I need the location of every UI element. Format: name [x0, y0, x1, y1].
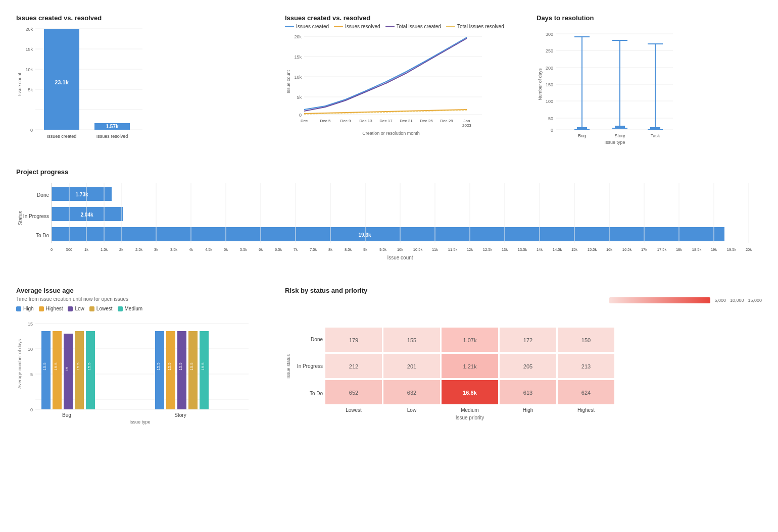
- svg-text:12.5k: 12.5k: [483, 247, 493, 252]
- age-title: Average issue age: [16, 287, 259, 294]
- bar-todo: [52, 227, 724, 241]
- svg-text:Medium: Medium: [461, 407, 479, 413]
- progress-title: Project progress: [16, 168, 762, 176]
- legend-color: [285, 26, 294, 27]
- svg-text:5k: 5k: [224, 247, 228, 252]
- svg-text:Dec: Dec: [301, 119, 308, 123]
- svg-text:Issue status: Issue status: [286, 354, 291, 379]
- days-card: Days to resolution Number of days 300 25…: [528, 8, 770, 152]
- svg-text:Dec 17: Dec 17: [379, 119, 393, 123]
- svg-text:15.5: 15.5: [201, 362, 205, 370]
- bar-simple-title: Issues created vs. resolved: [16, 14, 259, 22]
- svg-text:0: 0: [299, 113, 302, 118]
- risk-card: Risk by status and priority 5,000 10,000…: [277, 281, 770, 432]
- svg-text:15k: 15k: [571, 247, 577, 252]
- svg-text:2023: 2023: [462, 123, 471, 128]
- svg-text:2.5k: 2.5k: [135, 247, 142, 252]
- progress-chart: Status Done In Progress To Do 1.73k 2.04…: [16, 178, 754, 263]
- svg-text:15.5: 15.5: [178, 362, 183, 370]
- svg-text:Issue priority: Issue priority: [456, 415, 484, 420]
- colorscale-bar: [609, 296, 710, 304]
- svg-text:Number of days: Number of days: [538, 68, 543, 100]
- age-subtitle: Time from issue creation until now for o…: [16, 296, 259, 302]
- svg-text:2k: 2k: [119, 247, 123, 252]
- svg-text:0: 0: [30, 407, 33, 412]
- svg-text:Task: Task: [651, 133, 660, 138]
- svg-text:100: 100: [546, 99, 553, 104]
- svg-text:1.07k: 1.07k: [463, 337, 477, 343]
- svg-text:0: 0: [51, 247, 53, 252]
- svg-text:23.1k: 23.1k: [55, 79, 69, 85]
- line-legend: Issues created Issues resolved Total iss…: [285, 24, 510, 29]
- svg-text:15: 15: [28, 322, 33, 327]
- age-chart: Average number of days 15 10 5 0 15.5 15…: [16, 313, 259, 424]
- svg-text:652: 652: [349, 390, 358, 396]
- legend-color: [446, 26, 455, 27]
- svg-text:9k: 9k: [363, 247, 367, 252]
- svg-text:17k: 17k: [641, 247, 647, 252]
- svg-text:15.5: 15.5: [87, 362, 91, 370]
- svg-rect-57: [615, 126, 625, 129]
- svg-text:Issues resolved: Issues resolved: [96, 134, 128, 139]
- svg-text:Low: Low: [407, 407, 417, 413]
- svg-text:15.5k: 15.5k: [588, 247, 597, 252]
- svg-text:Story: Story: [174, 412, 186, 418]
- svg-rect-60: [650, 127, 660, 130]
- svg-text:13k: 13k: [502, 247, 508, 252]
- svg-text:In Progress: In Progress: [297, 363, 323, 369]
- svg-text:6.5k: 6.5k: [275, 247, 282, 252]
- svg-text:Lowest: Lowest: [346, 407, 362, 413]
- svg-text:15.5: 15.5: [189, 362, 194, 370]
- svg-text:18.5k: 18.5k: [692, 247, 702, 252]
- svg-text:10k: 10k: [25, 67, 33, 72]
- risk-title: Risk by status and priority: [285, 287, 762, 294]
- svg-text:14.5k: 14.5k: [553, 247, 562, 252]
- svg-text:15.5: 15.5: [76, 362, 80, 370]
- svg-text:201: 201: [407, 363, 416, 369]
- svg-text:50: 50: [548, 116, 553, 121]
- legend-medium: Medium: [118, 306, 143, 311]
- legend-highest: Highest: [39, 306, 63, 311]
- svg-text:Dec 25: Dec 25: [420, 119, 433, 123]
- age-card: Average issue age Time from issue creati…: [8, 281, 267, 432]
- svg-text:179: 179: [349, 337, 358, 343]
- progress-card: Project progress Status Done In Progress…: [8, 162, 770, 271]
- svg-text:8k: 8k: [328, 247, 332, 252]
- svg-text:Dec 29: Dec 29: [440, 119, 453, 123]
- svg-text:5: 5: [30, 372, 33, 377]
- line-issues-resolved: [304, 110, 467, 114]
- svg-text:155: 155: [407, 337, 416, 343]
- svg-text:4k: 4k: [189, 247, 193, 252]
- svg-text:1.21k: 1.21k: [463, 363, 477, 369]
- svg-text:Dec 21: Dec 21: [400, 119, 413, 123]
- svg-text:624: 624: [581, 390, 591, 396]
- svg-text:7k: 7k: [294, 247, 298, 252]
- legend-low: Low: [68, 306, 84, 311]
- svg-text:Highest: Highest: [577, 407, 595, 413]
- svg-text:3k: 3k: [154, 247, 158, 252]
- svg-text:Issue type: Issue type: [129, 419, 150, 424]
- days-title: Days to resolution: [537, 14, 762, 22]
- svg-text:Bug: Bug: [578, 133, 586, 138]
- svg-text:1k: 1k: [84, 247, 88, 252]
- svg-text:250: 250: [546, 48, 553, 54]
- svg-rect-54: [577, 127, 587, 130]
- legend-issues-created: Issues created: [285, 24, 329, 29]
- svg-text:5k: 5k: [297, 95, 302, 100]
- svg-text:150: 150: [546, 82, 553, 87]
- line-title: Issues created vs. resolved: [285, 14, 510, 22]
- svg-text:632: 632: [407, 390, 416, 396]
- legend-total-resolved: Total issues resolved: [446, 24, 504, 29]
- legend-lowest: Lowest: [89, 306, 113, 311]
- days-chart: Number of days 300 250 200 150 100 50 0: [537, 24, 678, 145]
- risk-colorscale: 5,000 10,000 15,000: [285, 296, 762, 304]
- svg-text:Average number of days: Average number of days: [17, 339, 22, 389]
- svg-text:213: 213: [581, 363, 591, 369]
- svg-text:High: High: [523, 407, 533, 413]
- risk-heatmap: Issue status Done In Progress To Do 179 …: [285, 308, 639, 424]
- line-total-created: [304, 38, 467, 111]
- svg-text:150: 150: [581, 337, 591, 343]
- svg-rect-160: [609, 297, 710, 303]
- svg-text:Dec 9: Dec 9: [341, 119, 351, 123]
- age-legend: High Highest Low Lowest Medium: [16, 306, 259, 311]
